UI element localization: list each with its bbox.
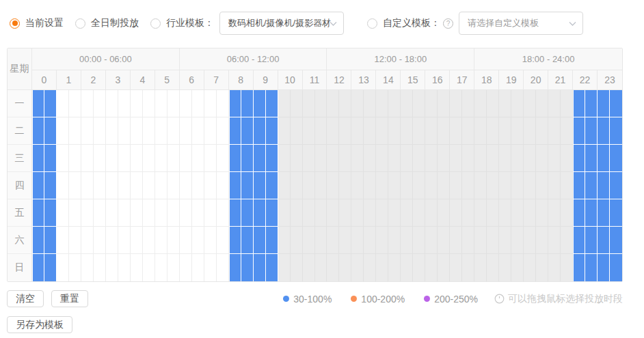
schedule-cell[interactable] [524,117,536,145]
schedule-cell[interactable] [401,254,413,281]
schedule-cell[interactable] [339,117,351,145]
schedule-cell[interactable] [573,117,585,145]
schedule-cell[interactable] [327,172,339,199]
schedule-cell[interactable] [450,145,462,172]
schedule-cell[interactable] [143,199,155,227]
schedule-cell[interactable] [57,227,69,254]
schedule-cell[interactable] [69,145,81,172]
schedule-cell[interactable] [229,227,241,254]
schedule-cell[interactable] [57,117,69,145]
schedule-cell[interactable] [327,145,339,172]
schedule-cell[interactable] [438,90,450,117]
schedule-cell[interactable] [155,172,167,199]
schedule-cell[interactable] [474,199,487,227]
schedule-cell[interactable] [376,172,388,199]
schedule-cell[interactable] [585,117,598,145]
schedule-cell[interactable] [401,227,413,254]
schedule-cell[interactable] [598,199,610,227]
schedule-cell[interactable] [192,90,204,117]
radio-icon[interactable] [367,18,377,29]
schedule-cell[interactable] [106,145,118,172]
schedule-cell[interactable] [167,199,180,227]
schedule-cell[interactable] [401,172,413,199]
schedule-cell[interactable] [364,145,376,172]
schedule-cell[interactable] [413,172,425,199]
schedule-cell[interactable] [180,227,192,254]
schedule-cell[interactable] [327,254,339,281]
radio-option-industry-template[interactable]: 行业模板： [150,17,214,29]
schedule-cell[interactable] [266,117,278,145]
schedule-cell[interactable] [413,254,425,281]
schedule-cell[interactable] [561,117,573,145]
schedule-cell[interactable] [499,227,511,254]
schedule-cell[interactable] [548,117,561,145]
schedule-cell[interactable] [388,172,401,199]
schedule-cell[interactable] [32,227,44,254]
radio-label[interactable]: 自定义模板： [383,17,440,29]
schedule-cell[interactable] [94,117,106,145]
schedule-cell[interactable] [474,145,487,172]
schedule-cell[interactable] [413,117,425,145]
schedule-cell[interactable] [81,145,94,172]
schedule-cell[interactable] [192,227,204,254]
schedule-cell[interactable] [167,254,180,281]
schedule-cell[interactable] [254,227,266,254]
schedule-cell[interactable] [327,199,339,227]
schedule-cell[interactable] [438,254,450,281]
schedule-cell[interactable] [474,227,487,254]
schedule-cell[interactable] [81,117,94,145]
schedule-cell[interactable] [81,254,94,281]
schedule-cell[interactable] [44,117,57,145]
schedule-cell[interactable] [204,117,217,145]
schedule-cell[interactable] [254,254,266,281]
schedule-cell[interactable] [44,199,57,227]
schedule-cell[interactable] [425,227,438,254]
schedule-cell[interactable] [462,117,474,145]
schedule-cell[interactable] [106,90,118,117]
schedule-cell[interactable] [315,254,327,281]
schedule-cell[interactable] [278,227,291,254]
schedule-cell[interactable] [57,199,69,227]
schedule-cell[interactable] [155,199,167,227]
schedule-cell[interactable] [364,254,376,281]
schedule-cell[interactable] [499,172,511,199]
schedule-cell[interactable] [167,145,180,172]
schedule-cell[interactable] [57,145,69,172]
schedule-cell[interactable] [450,227,462,254]
radio-option-custom-template[interactable]: 自定义模板： ? [367,17,453,29]
schedule-cell[interactable] [143,227,155,254]
schedule-cell[interactable] [229,90,241,117]
schedule-cell[interactable] [450,254,462,281]
schedule-cell[interactable] [254,199,266,227]
schedule-cell[interactable] [204,90,217,117]
schedule-cell[interactable] [278,199,291,227]
schedule-cell[interactable] [241,145,254,172]
schedule-cell[interactable] [217,227,229,254]
schedule-cell[interactable] [499,199,511,227]
schedule-cell[interactable] [413,199,425,227]
schedule-cell[interactable] [266,172,278,199]
schedule-cell[interactable] [536,90,548,117]
schedule-cell[interactable] [438,199,450,227]
schedule-cell[interactable] [229,145,241,172]
schedule-cell[interactable] [413,145,425,172]
schedule-cell[interactable] [548,145,561,172]
schedule-cell[interactable] [155,117,167,145]
schedule-cell[interactable] [167,90,180,117]
radio-option-all-day[interactable]: 全日制投放 [75,17,139,29]
schedule-cell[interactable] [266,254,278,281]
schedule-cell[interactable] [598,90,610,117]
radio-option-current-settings[interactable]: 当前设置 [10,17,64,29]
schedule-cell[interactable] [69,199,81,227]
schedule-cell[interactable] [351,145,364,172]
schedule-cell[interactable] [339,145,351,172]
schedule-cell[interactable] [511,254,524,281]
schedule-cell[interactable] [364,117,376,145]
schedule-cell[interactable] [155,145,167,172]
schedule-cell[interactable] [536,199,548,227]
schedule-cell[interactable] [339,227,351,254]
schedule-cell[interactable] [376,117,388,145]
schedule-cell[interactable] [474,90,487,117]
schedule-cell[interactable] [425,199,438,227]
schedule-cell[interactable] [462,90,474,117]
